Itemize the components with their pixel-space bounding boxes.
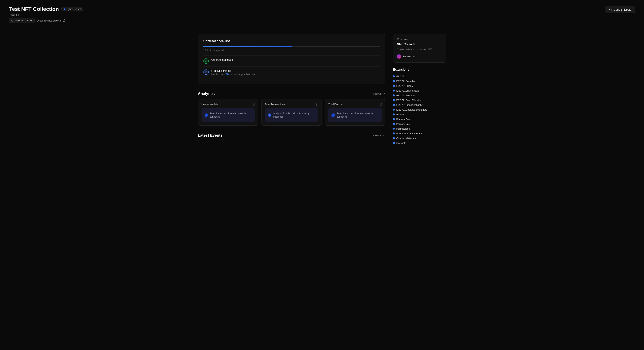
info-card: 🛡 Audited · v5.0.1 NFT Collection Create… bbox=[393, 34, 446, 63]
total-transactions-header: Total Transactions i bbox=[265, 103, 318, 106]
latest-events-header: Latest Events View all -> bbox=[198, 133, 385, 138]
ext-diamond-icon bbox=[392, 113, 395, 116]
ext-diamond-icon bbox=[392, 142, 395, 144]
extension-item-erc721supply[interactable]: ERC721Supply bbox=[393, 83, 446, 88]
extension-item-erc721mintable[interactable]: ERC721Mintable bbox=[393, 93, 446, 98]
extension-item-contractmetadata[interactable]: ContractMetadata bbox=[393, 136, 446, 141]
progress-label: 1/2 tasks completed bbox=[204, 49, 380, 51]
explorer-link[interactable]: Cyber Testnet Explorer bbox=[36, 19, 65, 22]
extension-item-erc721signaturemintv1[interactable]: ERC721SignatureMintV1 bbox=[393, 103, 446, 107]
info-card-desc: Create collection of unique NFTs. bbox=[397, 47, 442, 51]
shield-icon: 🛡 bbox=[397, 38, 400, 41]
total-transactions-placeholder-text: Analytics for this chain not currently s… bbox=[273, 112, 315, 119]
ext-diamond-icon bbox=[392, 132, 395, 135]
ext-label: ERC721Enumerable bbox=[396, 89, 419, 92]
total-transactions-card: Total Transactions i i Analytics for thi… bbox=[261, 99, 322, 126]
author-name: thirdweb.eth bbox=[403, 55, 416, 58]
latest-events-section: Latest Events View all -> bbox=[198, 133, 385, 138]
left-column: Contract checklist 1/2 tasks completed ✓… bbox=[198, 34, 393, 145]
analytics-view-all[interactable]: View all -> bbox=[373, 92, 385, 95]
total-events-info-icon: i bbox=[379, 103, 382, 106]
progress-bar-fill bbox=[204, 46, 292, 47]
ext-diamond-icon bbox=[392, 80, 395, 82]
unique-wallets-placeholder-text: Analytics for this chain not currently s… bbox=[210, 112, 252, 119]
address-text: 0x6116...871F bbox=[15, 19, 32, 22]
copy-icon bbox=[11, 19, 14, 22]
checklist-title: Contract checklist bbox=[204, 39, 380, 43]
extensions-list: ERC721 ERC721Burnable ERC721Supply ERC72… bbox=[393, 74, 446, 145]
ext-diamond-icon bbox=[392, 99, 395, 101]
ext-label: ERC721 bbox=[396, 75, 406, 78]
total-transactions-placeholder: i Analytics for this chain not currently… bbox=[265, 108, 318, 122]
network-label: Cyber Testnet bbox=[67, 8, 81, 10]
author-row: thirdweb.eth bbox=[397, 54, 442, 59]
ext-label: Permissions bbox=[396, 127, 410, 130]
ext-label: ERC721SignatureMintV1 bbox=[396, 103, 424, 106]
title-row: Test NFT Collection Cyber Testnet bbox=[9, 6, 83, 12]
extension-item-erc721updatablemetadata[interactable]: ERC721UpdatableMetadata bbox=[393, 107, 446, 112]
ext-diamond-icon bbox=[392, 127, 395, 130]
info-blue-icon-0: i bbox=[204, 113, 208, 117]
address-badge[interactable]: 0x6116...871F bbox=[9, 18, 35, 23]
ext-diamond-icon bbox=[392, 118, 395, 120]
ext-label: Royalty bbox=[396, 113, 404, 116]
info-blue-icon-1: i bbox=[268, 113, 272, 117]
dot-separator: · bbox=[410, 38, 410, 40]
checklist-item-minted: 2 First NFT minted Head to the NFTs tab … bbox=[204, 66, 380, 78]
nfts-tab-link[interactable]: NFTs tab bbox=[224, 73, 233, 76]
extension-item-erc721[interactable]: ERC721 bbox=[393, 74, 446, 79]
ext-label: ERC721Supply bbox=[396, 84, 413, 87]
unique-wallets-header: Unique Wallets i bbox=[202, 103, 255, 106]
svg-rect-0 bbox=[12, 20, 13, 21]
extension-item-royalty[interactable]: Royalty bbox=[393, 112, 446, 117]
unique-wallets-placeholder: i Analytics for this chain not currently… bbox=[202, 108, 255, 122]
latest-events-view-all[interactable]: View all -> bbox=[373, 134, 385, 137]
right-column: 🛡 Audited · v5.0.1 NFT Collection Create… bbox=[393, 34, 446, 145]
ext-label: ContractMetadata bbox=[396, 137, 416, 140]
extension-item-erc721batchmintable[interactable]: ERC721BatchMintable bbox=[393, 98, 446, 103]
main-content: Contract checklist 1/2 tasks completed ✓… bbox=[189, 28, 456, 151]
total-events-placeholder: i Analytics for this chain not currently… bbox=[328, 108, 382, 122]
info-card-title: NFT Collection bbox=[397, 43, 442, 46]
audited-label: Audited bbox=[400, 38, 408, 40]
total-transactions-info-icon: i bbox=[315, 103, 318, 106]
extension-item-erc721burnable[interactable]: ERC721Burnable bbox=[393, 79, 446, 83]
total-events-title: Total Events bbox=[328, 103, 342, 106]
ext-label: ERC721UpdatableMetadata bbox=[396, 108, 428, 111]
header: Test NFT Collection Cyber Testnet Test N… bbox=[0, 0, 644, 28]
ext-diamond-icon bbox=[392, 94, 395, 97]
extension-item-platformfee[interactable]: PlatformFee bbox=[393, 117, 446, 122]
checklist-item-deployed: ✓ Contract deployed bbox=[204, 55, 380, 66]
audited-badge: 🛡 Audited · v5.0.1 bbox=[397, 38, 442, 41]
checklist-item-title-2: First NFT minted bbox=[212, 69, 257, 72]
code-snippets-button[interactable]: Code Snippets bbox=[606, 6, 635, 13]
analytics-title: Analytics bbox=[198, 91, 215, 96]
extension-item-ownable[interactable]: Ownable bbox=[393, 141, 446, 145]
total-transactions-title: Total Transactions bbox=[265, 103, 285, 106]
ext-label: ERC721Burnable bbox=[396, 80, 416, 83]
ext-label: PlatformFee bbox=[396, 118, 410, 121]
checklist-card: Contract checklist 1/2 tasks completed ✓… bbox=[198, 34, 385, 84]
extension-item-primarysale[interactable]: PrimarySale bbox=[393, 122, 446, 126]
ext-label: PrimarySale bbox=[396, 123, 410, 125]
extension-item-permissionsenumerable[interactable]: PermissionsEnumerable bbox=[393, 131, 446, 136]
extension-item-permissions[interactable]: Permissions bbox=[393, 126, 446, 131]
ext-diamond-icon bbox=[392, 84, 395, 87]
version-label: v5.0.1 bbox=[412, 38, 418, 40]
analytics-header: Analytics View all -> bbox=[198, 91, 385, 96]
contract-subtitle: Test NFT bbox=[9, 13, 83, 16]
checklist-item-title: Contract deployed bbox=[212, 58, 233, 61]
external-link-icon bbox=[63, 19, 65, 22]
code-snippets-label: Code Snippets bbox=[614, 8, 631, 11]
unique-wallets-card: Unique Wallets i i Analytics for this ch… bbox=[198, 99, 258, 126]
header-left: Test NFT Collection Cyber Testnet Test N… bbox=[9, 6, 83, 23]
network-badge: Cyber Testnet bbox=[61, 7, 83, 11]
code-icon bbox=[609, 8, 612, 11]
ext-diamond-icon bbox=[392, 89, 395, 92]
extension-item-erc721enumerable[interactable]: ERC721Enumerable bbox=[393, 88, 446, 93]
checklist-item-content: Contract deployed bbox=[212, 58, 233, 62]
ext-diamond-icon bbox=[392, 103, 395, 106]
ext-diamond-icon bbox=[392, 123, 395, 125]
checklist-pending-icon: 2 bbox=[204, 69, 209, 75]
ext-label: Ownable bbox=[396, 142, 406, 144]
